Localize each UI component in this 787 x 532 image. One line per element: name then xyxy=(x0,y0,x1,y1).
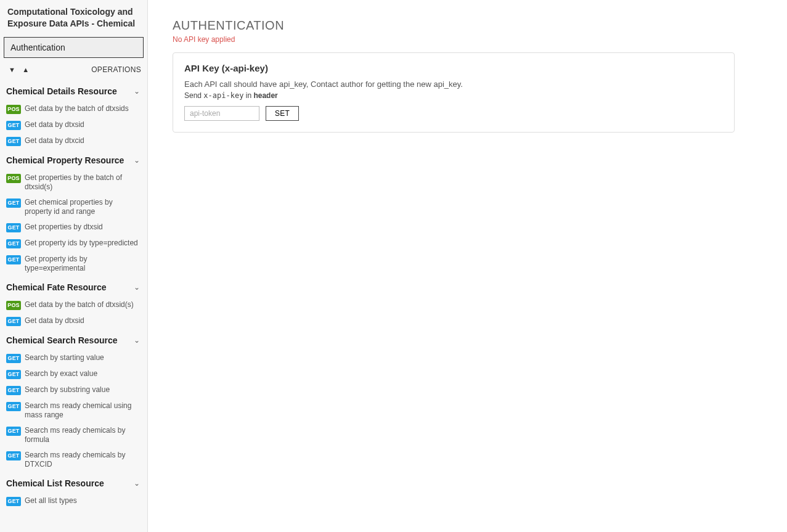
post-badge: POS xyxy=(6,105,21,114)
endpoint-label: Search ms ready chemicals by DTXCID xyxy=(25,451,141,469)
sidebar-section: Chemical Search Resource⌄GETSearch by st… xyxy=(0,329,147,472)
chevron-down-icon: ⌄ xyxy=(134,283,140,292)
section-header[interactable]: Chemical Details Resource⌄ xyxy=(0,80,147,101)
endpoint-label: Search by starting value xyxy=(25,353,104,362)
endpoint-label: Search by exact value xyxy=(25,369,97,379)
operations-row: ▼ ▲ OPERATIONS xyxy=(0,62,147,80)
card-sub-prefix: Send xyxy=(184,91,203,100)
get-badge: GET xyxy=(6,239,21,248)
page-title: AUTHENTICATION xyxy=(173,18,762,33)
card-title: API Key (x-api-key) xyxy=(184,63,723,73)
sidebar-section: Chemical Details Resource⌄POSGet data by… xyxy=(0,80,147,149)
sort-asc-icon[interactable]: ▲ xyxy=(20,66,31,73)
endpoint-label: Get property ids by type=experimental xyxy=(25,255,141,273)
app-title: Computational Toxicology and Exposure Da… xyxy=(0,0,147,36)
get-badge: GET xyxy=(6,370,21,379)
endpoint-item[interactable]: GETSearch ms ready chemical using mass r… xyxy=(0,398,147,423)
endpoint-item[interactable]: POSGet properties by the batch of dtxsid… xyxy=(0,170,147,195)
endpoint-label: Search ms ready chemical using mass rang… xyxy=(25,401,141,420)
section-header[interactable]: Chemical Search Resource⌄ xyxy=(0,329,147,350)
endpoint-item[interactable]: GETGet property ids by type=experimental xyxy=(0,252,147,276)
endpoint-label: Search ms ready chemicals by formula xyxy=(25,426,141,444)
sidebar-section: Chemical Property Resource⌄POSGet proper… xyxy=(0,149,147,276)
card-sub-mid: in xyxy=(243,91,253,100)
endpoint-item[interactable]: GETGet property ids by type=predicted xyxy=(0,235,147,252)
card-sub-bold: header xyxy=(253,91,277,100)
endpoint-item[interactable]: GETGet data by dtxsid xyxy=(0,313,147,329)
card-desc: Each API call should have api_key, Conta… xyxy=(184,80,723,89)
endpoint-item[interactable]: GETSearch ms ready chemicals by formula xyxy=(0,423,147,448)
get-badge: GET xyxy=(6,386,21,395)
section-title: Chemical Search Resource xyxy=(6,335,118,345)
endpoint-label: Get all list types xyxy=(25,496,77,505)
endpoint-item[interactable]: GETSearch ms ready chemicals by DTXCID xyxy=(0,448,147,472)
endpoint-item[interactable]: GETSearch by exact value xyxy=(0,366,147,382)
endpoint-item[interactable]: GETGet all list types xyxy=(0,493,147,509)
section-header[interactable]: Chemical Fate Resource⌄ xyxy=(0,276,147,297)
api-key-warning: No API key applied xyxy=(173,35,762,44)
api-key-card: API Key (x-api-key) Each API call should… xyxy=(173,52,735,133)
post-badge: POS xyxy=(6,174,21,183)
endpoint-item[interactable]: GETSearch by starting value xyxy=(0,350,147,366)
endpoint-label: Get property ids by type=predicted xyxy=(25,239,138,248)
chevron-down-icon: ⌄ xyxy=(134,156,140,165)
section-title: Chemical Details Resource xyxy=(6,86,117,96)
get-badge: GET xyxy=(6,451,21,460)
get-badge: GET xyxy=(6,137,21,146)
sidebar: Computational Toxicology and Exposure Da… xyxy=(0,0,148,532)
sidebar-section: Chemical List Resource⌄GETGet all list t… xyxy=(0,472,147,509)
get-badge: GET xyxy=(6,223,21,232)
nav-authentication[interactable]: Authentication xyxy=(4,37,144,58)
operations-label: OPERATIONS xyxy=(91,65,141,74)
chevron-down-icon: ⌄ xyxy=(134,87,140,96)
endpoint-item[interactable]: GETGet chemical properties by property i… xyxy=(0,195,147,219)
get-badge: GET xyxy=(6,255,21,264)
endpoint-item[interactable]: GETGet data by dtxsid xyxy=(0,117,147,133)
get-badge: GET xyxy=(6,427,21,436)
endpoint-label: Get data by dtxcid xyxy=(25,136,84,145)
section-header[interactable]: Chemical Property Resource⌄ xyxy=(0,149,147,170)
section-title: Chemical List Resource xyxy=(6,478,104,488)
get-badge: GET xyxy=(6,354,21,363)
endpoint-label: Get data by the batch of dtxsids xyxy=(25,104,129,113)
endpoint-item[interactable]: POSGet data by the batch of dtxsid(s) xyxy=(0,297,147,313)
endpoint-item[interactable]: GETGet data by dtxcid xyxy=(0,133,147,149)
api-token-input[interactable] xyxy=(184,106,259,121)
sort-desc-icon[interactable]: ▼ xyxy=(6,66,18,73)
section-title: Chemical Fate Resource xyxy=(6,282,107,292)
get-badge: GET xyxy=(6,121,21,130)
endpoint-label: Get data by dtxsid xyxy=(25,120,84,129)
endpoint-label: Get chemical properties by property id a… xyxy=(25,198,141,216)
endpoint-item[interactable]: GETSearch by substring value xyxy=(0,382,147,398)
set-button[interactable]: SET xyxy=(266,106,299,121)
endpoint-label: Get properties by the batch of dtxsid(s) xyxy=(25,173,141,192)
section-title: Chemical Property Resource xyxy=(6,155,124,165)
get-badge: GET xyxy=(6,497,21,506)
card-sub-code: x-api-key xyxy=(203,91,243,100)
section-header[interactable]: Chemical List Resource⌄ xyxy=(0,472,147,493)
card-sub: Send x-api-key in header xyxy=(184,91,723,100)
endpoint-label: Get properties by dtxsid xyxy=(25,223,103,232)
get-badge: GET xyxy=(6,317,21,326)
endpoint-label: Get data by the batch of dtxsid(s) xyxy=(25,300,134,309)
get-badge: GET xyxy=(6,198,21,208)
get-badge: GET xyxy=(6,402,21,411)
main-content: AUTHENTICATION No API key applied API Ke… xyxy=(148,0,787,532)
chevron-down-icon: ⌄ xyxy=(134,479,140,488)
chevron-down-icon: ⌄ xyxy=(134,336,140,345)
endpoint-label: Search by substring value xyxy=(25,385,110,395)
post-badge: POS xyxy=(6,301,21,310)
endpoint-label: Get data by dtxsid xyxy=(25,316,84,325)
endpoint-item[interactable]: POSGet data by the batch of dtxsids xyxy=(0,101,147,117)
sidebar-section: Chemical Fate Resource⌄POSGet data by th… xyxy=(0,276,147,329)
endpoint-item[interactable]: GETGet properties by dtxsid xyxy=(0,219,147,235)
